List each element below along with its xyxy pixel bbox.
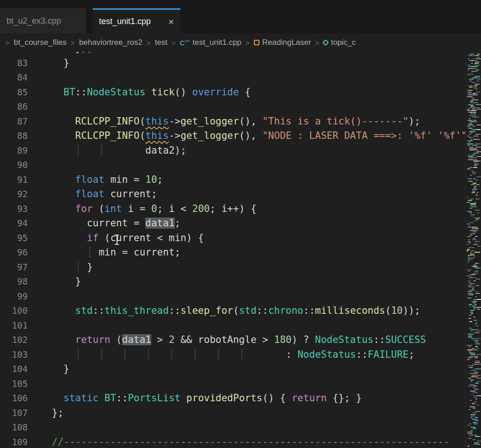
chevron-right-icon: >: [315, 39, 320, 47]
breadcrumb-label: test_unit1.cpp: [192, 38, 241, 47]
code-line-96[interactable]: 96 │ min = current;: [0, 245, 481, 260]
line-number: 98: [0, 274, 28, 289]
code-text: [28, 70, 52, 85]
close-icon[interactable]: ×: [163, 17, 174, 26]
code-line-84[interactable]: 84: [0, 70, 481, 85]
tab-label: bt_u2_ex3.cpp: [6, 16, 61, 26]
line-number: 87: [0, 114, 28, 129]
line-number: 106: [0, 391, 28, 406]
line-number: 88: [0, 129, 28, 143]
code-text: [28, 100, 52, 114]
code-text: BT::NodeStatus tick() override {: [28, 85, 251, 100]
line-number: 108: [0, 420, 28, 435]
code-text: //--------------------------------------…: [28, 435, 450, 448]
code-text: │ │ data2);: [28, 143, 186, 158]
code-line-88[interactable]: 88 RCLCPP_INFO(this->get_logger(), "NODE…: [0, 129, 481, 143]
breadcrumb-label: test: [155, 38, 167, 47]
tab-label: test_unit1.cpp: [99, 17, 151, 26]
code-text: }: [28, 362, 69, 377]
code-line-94[interactable]: 94 current = data1;: [0, 216, 481, 231]
tab-test-unit1-cpp[interactable]: test_unit1.cpp ×: [92, 8, 180, 33]
mouse-ibeam-cursor: [114, 234, 119, 246]
code-line-85[interactable]: 85 BT::NodeStatus tick() override {: [0, 85, 481, 100]
breadcrumb-item-test[interactable]: test: [155, 38, 167, 47]
line-number: 95: [0, 231, 28, 246]
code-line-104[interactable]: 104 }: [0, 362, 481, 377]
code-text: }: [28, 56, 69, 71]
breadcrumb-item-test-unit1-cpp[interactable]: Ctest_unit1.cpp: [180, 38, 241, 47]
code-line-82[interactable]: 82 });: [0, 52, 481, 56]
code-line-103[interactable]: 103 │ │ │ │ │ │ │ │ : NodeStatus::FAILUR…: [0, 348, 481, 362]
class-symbol-icon: [254, 40, 259, 45]
code-line-102[interactable]: 102 return (data1 > 2 && robotAngle > 18…: [0, 333, 481, 348]
code-lines: 82 });83 }8485 BT::NodeStatus tick() ove…: [0, 52, 481, 448]
line-number: 103: [0, 348, 28, 362]
line-number: 101: [0, 318, 28, 333]
line-number: 100: [0, 304, 28, 318]
code-line-98[interactable]: 98 }: [0, 274, 481, 289]
code-text: RCLCPP_INFO(this->get_logger(), "NODE : …: [28, 129, 473, 143]
code-text: float current;: [28, 187, 157, 202]
breadcrumb-label: bt_course_files: [14, 38, 67, 47]
code-line-99[interactable]: 99: [0, 289, 481, 304]
chevron-right-icon: >: [246, 39, 250, 47]
code-line-87[interactable]: 87 RCLCPP_INFO(this->get_logger(), "This…: [0, 114, 481, 129]
code-text: };: [28, 406, 63, 421]
code-text: }: [28, 274, 81, 289]
line-number: 90: [0, 158, 28, 173]
code-text: RCLCPP_INFO(this->get_logger(), "This is…: [28, 114, 420, 129]
chevron-right-icon: >: [172, 39, 176, 47]
code-editor[interactable]: 82 });83 }8485 BT::NodeStatus tick() ove…: [0, 52, 481, 448]
vscode-window: bt_u2_ex3.cpp test_unit1.cpp × >bt_cours…: [0, 0, 481, 448]
chevron-right-icon: >: [6, 39, 10, 47]
line-number: 82: [0, 52, 28, 56]
line-number: 99: [0, 289, 28, 304]
breadcrumb-item-bt-course-files[interactable]: bt_course_files: [14, 38, 67, 47]
line-number: 105: [0, 377, 28, 392]
code-line-90[interactable]: 90: [0, 158, 481, 173]
line-number: 97: [0, 260, 28, 275]
code-line-106[interactable]: 106 static BT::PortsList providedPorts()…: [0, 391, 481, 406]
code-text: for (int i = 0; i < 200; i++) {: [28, 202, 257, 217]
line-number: 84: [0, 70, 28, 85]
line-number: 83: [0, 56, 28, 71]
code-text: │ min = current;: [28, 245, 180, 260]
line-number: 96: [0, 245, 28, 260]
code-line-91[interactable]: 91 float min = 10;: [0, 173, 481, 187]
code-text: static BT::PortsList providedPorts() { r…: [28, 391, 362, 406]
line-number: 93: [0, 202, 28, 217]
code-line-107[interactable]: 107};: [0, 406, 481, 421]
code-line-108[interactable]: 108: [0, 420, 481, 435]
tab-bt-u2-ex3-cpp[interactable]: bt_u2_ex3.cpp: [0, 8, 86, 33]
code-line-105[interactable]: 105: [0, 377, 481, 392]
line-number: 104: [0, 362, 28, 377]
code-line-83[interactable]: 83 }: [0, 56, 481, 71]
breadcrumb-item-topic-c[interactable]: topic_c: [323, 38, 356, 47]
breadcrumb-label: behaviortree_ros2: [79, 38, 142, 47]
code-line-95[interactable]: 95 if (current < min) {: [0, 231, 481, 246]
code-text: [28, 377, 52, 392]
chevron-right-icon: >: [147, 39, 151, 47]
code-line-97[interactable]: 97 │ }: [0, 260, 481, 275]
cpp-file-icon: C: [180, 39, 190, 47]
code-line-89[interactable]: 89 │ │ data2);: [0, 143, 481, 158]
code-line-101[interactable]: 101: [0, 318, 481, 333]
code-text: │ │ │ │ │ │ │ │ : NodeStatus::FAILURE;: [28, 348, 414, 362]
minimap[interactable]: [465, 52, 481, 448]
code-text: current = data1;: [28, 216, 180, 231]
code-line-109[interactable]: 109//-----------------------------------…: [0, 435, 481, 448]
code-text: std::this_thread::sleep_for(std::chrono:…: [28, 304, 420, 318]
line-number: 86: [0, 100, 28, 114]
line-number: 107: [0, 406, 28, 421]
breadcrumb-item-readinglaser[interactable]: ReadingLaser: [254, 38, 311, 47]
code-line-86[interactable]: 86: [0, 100, 481, 114]
line-number: 102: [0, 333, 28, 348]
breadcrumb-label: topic_c: [331, 38, 356, 47]
titlebar: [0, 0, 481, 8]
breadcrumb-item-behaviortree-ros2[interactable]: behaviortree_ros2: [79, 38, 142, 47]
tab-divider: [86, 8, 92, 33]
code-line-100[interactable]: 100 std::this_thread::sleep_for(std::chr…: [0, 304, 481, 318]
tab-bar: bt_u2_ex3.cpp test_unit1.cpp ×: [0, 8, 481, 33]
code-line-93[interactable]: 93 for (int i = 0; i < 200; i++) {: [0, 202, 481, 217]
code-line-92[interactable]: 92 float current;: [0, 187, 481, 202]
